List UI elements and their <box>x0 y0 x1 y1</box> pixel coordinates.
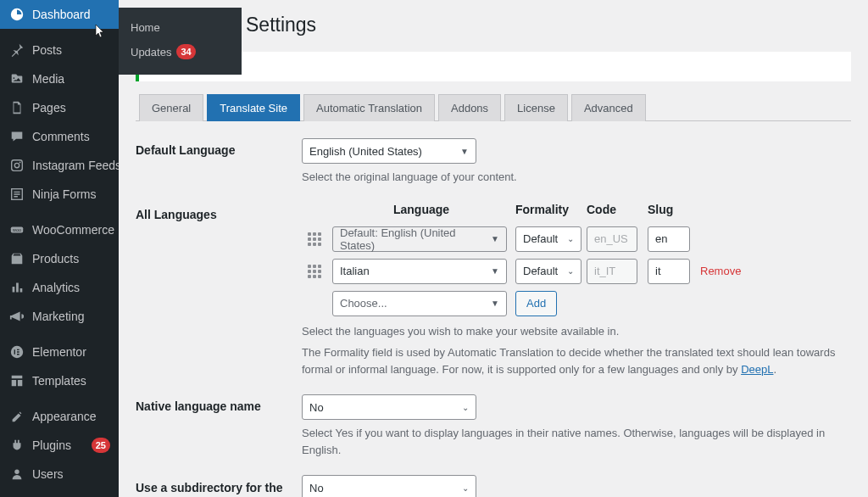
submenu-home[interactable]: Home <box>119 16 242 39</box>
sidebar-item-label: WooCommerce <box>32 223 114 237</box>
subdirectory-select[interactable]: No ⌄ <box>302 475 476 497</box>
sidebar-item-profile-builder[interactable]: Profile Builder <box>0 489 119 497</box>
sidebar-item-label: Media <box>32 72 110 86</box>
sidebar-item-ninja-forms[interactable]: Ninja Forms <box>0 180 119 209</box>
language-code-input <box>587 259 637 284</box>
language-select-value: Default: English (United States) <box>340 226 484 252</box>
deepl-link[interactable]: DeepL <box>741 363 773 376</box>
pin-icon <box>8 42 25 59</box>
col-language: Language <box>332 203 510 216</box>
language-select[interactable]: Default: English (United States)▼ <box>332 226 507 252</box>
submenu-updates[interactable]: Updates 34 <box>119 39 242 64</box>
sidebar-item-plugins[interactable]: Plugins25 <box>0 431 119 460</box>
media-icon <box>8 70 25 87</box>
native-language-name-label: Native language name <box>136 394 302 413</box>
add-language-placeholder: Choose... <box>340 297 387 310</box>
tab-automatic-translation[interactable]: Automatic Translation <box>303 94 435 121</box>
language-table-header: Language Formality Code Slug <box>302 203 851 216</box>
tab-translate-site[interactable]: Translate Site <box>207 94 300 121</box>
tab-addons[interactable]: Addons <box>438 94 501 121</box>
chevron-down-icon: ▼ <box>491 299 499 308</box>
formality-value: Default <box>523 232 558 245</box>
native-language-name-help: Select Yes if you want to display langua… <box>302 425 851 458</box>
subdirectory-value: No <box>309 482 324 494</box>
col-formality: Formality <box>515 203 581 216</box>
add-language-select[interactable]: Choose... ▼ <box>332 291 507 316</box>
sidebar-item-products[interactable]: Products <box>0 244 119 273</box>
chevron-down-icon: ⌄ <box>566 234 574 243</box>
sidebar-item-templates[interactable]: Templates <box>0 366 119 395</box>
tab-license[interactable]: License <box>504 94 568 121</box>
sidebar-item-label: Appearance <box>32 410 110 423</box>
page-icon <box>8 99 25 116</box>
sidebar-item-label: Posts <box>32 43 110 57</box>
remove-language-link[interactable]: Remove <box>700 265 756 277</box>
language-code-input <box>587 226 637 252</box>
sidebar-item-posts[interactable]: Posts <box>0 36 119 64</box>
sidebar-item-label: Instagram Feeds <box>32 159 121 172</box>
tab-advanced[interactable]: Advanced <box>571 94 646 121</box>
tab-general[interactable]: General <box>139 94 203 121</box>
analytics-icon <box>8 279 25 296</box>
all-languages-label: All Languages <box>136 203 302 221</box>
plugin-icon <box>8 437 25 454</box>
default-language-label: Default Language <box>136 138 302 157</box>
sidebar-item-label: Ninja Forms <box>32 187 110 201</box>
chevron-down-icon: ▼ <box>491 234 499 243</box>
language-row: Default: English (United States)▼Default… <box>302 226 851 252</box>
sidebar-item-dashboard[interactable]: Dashboard <box>0 0 119 29</box>
add-language-button[interactable]: Add <box>515 291 557 316</box>
dashboard-icon <box>8 6 25 23</box>
svg-point-7 <box>14 470 19 474</box>
products-icon <box>8 250 25 267</box>
sidebar-item-label: Dashboard <box>32 8 110 21</box>
submenu-home-label: Home <box>131 21 160 34</box>
sidebar-item-label: Users <box>32 467 110 481</box>
language-select[interactable]: Italian▼ <box>332 259 507 284</box>
woo-icon: woo <box>8 221 25 238</box>
appearance-icon <box>8 408 25 425</box>
sidebar-item-marketing[interactable]: Marketing <box>0 302 119 331</box>
svg-point-2 <box>19 162 21 164</box>
svg-rect-0 <box>12 160 23 171</box>
sidebar-item-woocommerce[interactable]: wooWooCommerce <box>0 215 119 244</box>
sidebar-item-label: Marketing <box>32 310 110 323</box>
all-languages-help-1: Select the languages you wish to make yo… <box>302 323 851 340</box>
language-select-value: Italian <box>340 265 370 277</box>
sidebar-item-label: Plugins <box>32 438 85 452</box>
sidebar-item-comments[interactable]: Comments <box>0 122 119 151</box>
sidebar-item-label: Templates <box>32 374 110 388</box>
drag-handle-icon[interactable] <box>302 232 327 246</box>
sidebar-item-label: Pages <box>32 101 110 114</box>
drag-handle-icon[interactable] <box>302 265 327 278</box>
chevron-down-icon: ⌄ <box>566 266 574 276</box>
sidebar-item-appearance[interactable]: Appearance <box>0 402 119 431</box>
formality-select[interactable]: Default⌄ <box>515 259 581 284</box>
admin-sidebar: DashboardPostsMediaPagesCommentsInstagra… <box>0 0 119 497</box>
default-language-help: Select the original language of your con… <box>302 169 851 186</box>
sidebar-item-label: Comments <box>32 130 110 143</box>
sidebar-item-pages[interactable]: Pages <box>0 93 119 122</box>
elementor-icon <box>8 343 25 360</box>
sidebar-item-label: Products <box>32 252 110 265</box>
default-language-select[interactable]: English (United States) ▼ <box>302 138 476 164</box>
sidebar-item-instagram-feeds[interactable]: Instagram Feeds <box>0 151 119 180</box>
language-slug-input[interactable] <box>648 259 690 284</box>
sidebar-item-analytics[interactable]: Analytics <box>0 273 119 302</box>
marketing-icon <box>8 308 25 325</box>
formality-select[interactable]: Default⌄ <box>515 226 581 252</box>
updates-count-badge: 34 <box>176 44 195 59</box>
sidebar-badge: 25 <box>92 438 110 453</box>
sidebar-item-label: Elementor <box>32 345 110 359</box>
svg-point-1 <box>14 163 19 167</box>
sidebar-item-elementor[interactable]: Elementor <box>0 338 119 366</box>
settings-notice <box>136 52 851 81</box>
chevron-down-icon: ▼ <box>491 266 499 276</box>
native-language-name-select[interactable]: No ⌄ <box>302 394 476 420</box>
svg-text:woo: woo <box>12 227 21 232</box>
dashboard-submenu: Home Updates 34 <box>119 8 242 75</box>
language-slug-input[interactable] <box>648 226 690 252</box>
sidebar-item-media[interactable]: Media <box>0 64 119 93</box>
sidebar-item-users[interactable]: Users <box>0 460 119 489</box>
language-row: Italian▼Default⌄Remove <box>302 259 851 284</box>
